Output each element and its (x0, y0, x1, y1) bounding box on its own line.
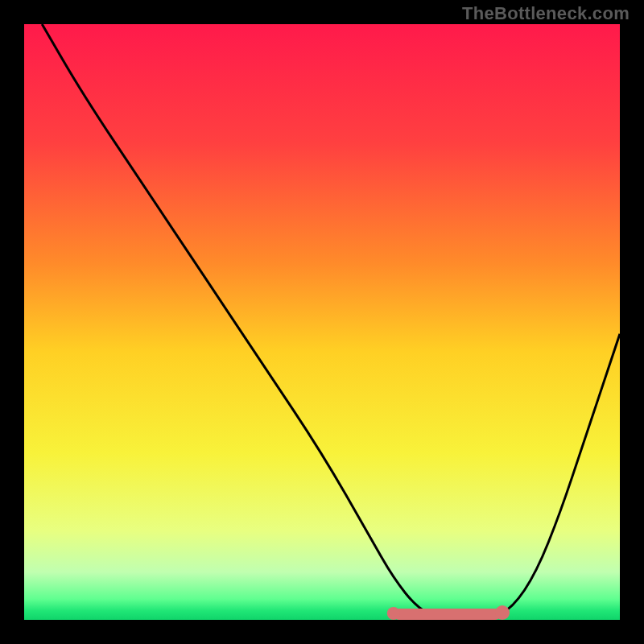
svg-rect-1 (394, 609, 501, 620)
chart-container: { "watermark": "TheBottleneck.com", "cha… (0, 0, 644, 644)
svg-point-3 (495, 605, 510, 620)
svg-point-2 (387, 607, 400, 620)
gradient-background (24, 24, 620, 620)
bottleneck-chart (0, 0, 644, 644)
